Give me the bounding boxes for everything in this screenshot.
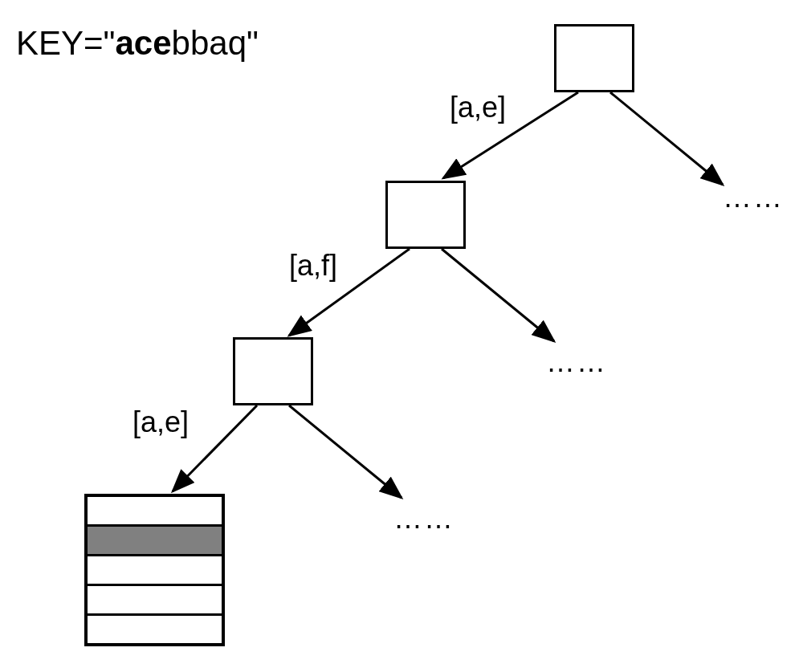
ellipsis: …… [546, 345, 607, 379]
leaf-row-highlighted [88, 527, 222, 556]
svg-line-3 [442, 249, 554, 341]
quote-close: " [247, 24, 259, 62]
edge-label-ae-2: [a,e] [132, 405, 189, 439]
ellipsis: …… [723, 181, 784, 214]
tree-node-root [554, 24, 634, 92]
quote-open: " [104, 24, 116, 62]
leaf-row [88, 497, 222, 527]
tree-node-level2 [233, 337, 313, 405]
tree-node-level1 [385, 181, 466, 249]
ellipsis: …… [393, 502, 454, 536]
key-rest-part: bbaq [172, 24, 247, 62]
leaf-row [88, 556, 222, 586]
leaf-row [88, 586, 222, 616]
key-label: KEY="acebbaq" [16, 24, 259, 63]
svg-line-5 [289, 405, 402, 498]
key-prefix: KEY= [16, 24, 104, 62]
key-bold-part: ace [116, 24, 172, 62]
edge-label-ae-1: [a,e] [450, 91, 506, 124]
svg-line-1 [610, 92, 723, 185]
edge-label-af: [a,f] [289, 249, 337, 283]
leaf-row [88, 616, 222, 643]
tree-leaf-table [84, 494, 225, 646]
